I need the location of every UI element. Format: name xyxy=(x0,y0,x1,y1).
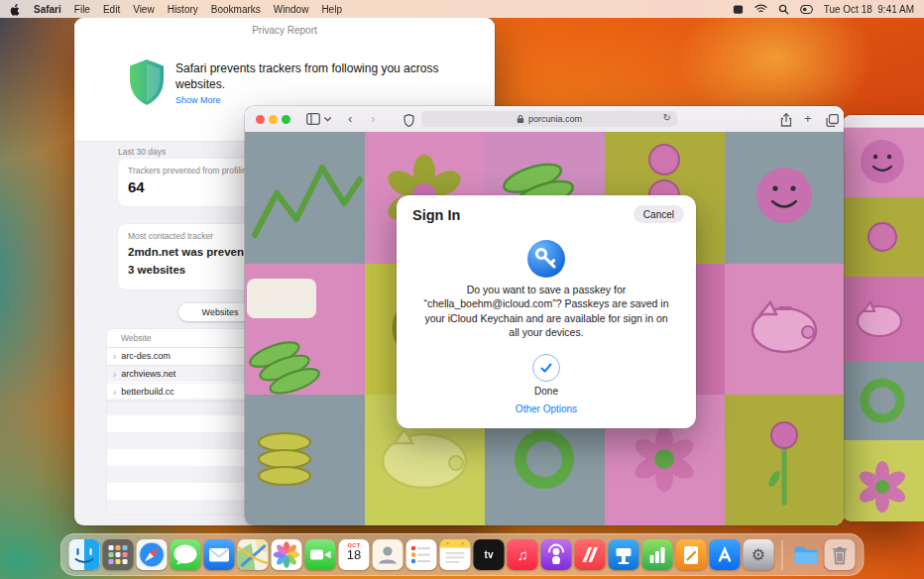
background-window-titlebar xyxy=(842,115,924,128)
trackers-card-value: 64 xyxy=(128,178,145,195)
menu-view[interactable]: View xyxy=(133,4,155,15)
most-contacted-line1: 2mdn.net was preven xyxy=(128,246,244,258)
menu-clock[interactable]: Tue Oct 18 9:41 AM xyxy=(824,4,914,15)
dock-music-icon[interactable]: ♫ xyxy=(508,539,538,570)
dock-mail-icon[interactable] xyxy=(204,539,235,570)
privacy-report-shield-icon[interactable] xyxy=(404,112,414,128)
menu-app-name[interactable]: Safari xyxy=(34,4,61,15)
dock-launchpad-icon[interactable] xyxy=(103,539,134,570)
dock: OCT 18 tv ♫ xyxy=(60,533,865,576)
apple-menu-icon[interactable] xyxy=(10,3,21,16)
menu-file[interactable]: File xyxy=(74,4,90,15)
search-icon[interactable] xyxy=(778,4,789,15)
disclosure-chevron-icon: › xyxy=(113,384,116,401)
close-button[interactable] xyxy=(256,115,265,124)
disclosure-chevron-icon: › xyxy=(113,366,116,383)
dock-separator xyxy=(782,540,783,570)
passkey-message: Do you want to save a passkey for “chell… xyxy=(418,283,674,340)
dock-safari-icon[interactable] xyxy=(137,539,168,570)
website-name: arc-des.com xyxy=(121,348,171,365)
cancel-label: Cancel xyxy=(643,209,674,220)
control-center-icon[interactable] xyxy=(800,5,813,14)
dock-downloads-icon[interactable] xyxy=(791,539,822,570)
menu-bookmarks[interactable]: Bookmarks xyxy=(211,4,261,15)
checkmark-icon xyxy=(538,360,554,376)
share-icon[interactable] xyxy=(780,112,792,128)
websites-segment-label: Websites xyxy=(202,307,239,317)
background-window-artwork xyxy=(842,128,924,521)
passkey-icon xyxy=(527,240,565,282)
zoom-button[interactable] xyxy=(282,115,290,124)
calendar-day: 18 xyxy=(347,547,361,562)
menu-help[interactable]: Help xyxy=(321,4,342,15)
dock-maps-icon[interactable] xyxy=(238,539,269,570)
sidebar-icon[interactable] xyxy=(306,111,320,127)
tab-overview-icon[interactable] xyxy=(826,112,839,128)
dock-tv-icon[interactable]: tv xyxy=(474,539,505,570)
dialog-title: Sign In xyxy=(412,207,460,223)
dock-appstore-icon[interactable] xyxy=(710,539,741,570)
refresh-icon[interactable]: ↻ xyxy=(663,112,671,123)
dock-calendar-icon[interactable]: OCT 18 xyxy=(339,539,370,570)
cancel-button[interactable]: Cancel xyxy=(634,205,684,223)
menu-bar: Safari File Edit View History Bookmarks … xyxy=(0,0,924,18)
padlock-icon xyxy=(517,114,524,124)
music-note-icon: ♫ xyxy=(517,546,527,563)
most-contacted-label: Most contacted tracker xyxy=(128,231,213,241)
website-name: betterbuild.cc xyxy=(121,384,174,401)
forward-button[interactable]: › xyxy=(371,111,375,127)
dock-pages-icon[interactable] xyxy=(676,539,707,570)
desktop: Safari File Edit View History Bookmarks … xyxy=(0,0,924,579)
new-tab-plus-icon[interactable]: + xyxy=(804,111,812,127)
menu-history[interactable]: History xyxy=(168,4,198,15)
dock-numbers-icon[interactable] xyxy=(642,539,673,570)
minimize-button[interactable] xyxy=(269,115,278,124)
done-label: Done xyxy=(397,386,696,397)
privacy-headline: Safari prevents trackers from following … xyxy=(175,61,445,93)
address-bar[interactable]: porcunia.com ↻ xyxy=(421,111,677,127)
tv-label: tv xyxy=(485,549,494,560)
wifi-icon[interactable] xyxy=(754,4,767,14)
back-button[interactable]: ‹ xyxy=(348,111,352,127)
dock-trash-icon[interactable] xyxy=(825,539,856,570)
website-name: archviews.net xyxy=(121,366,175,383)
dock-reminders-icon[interactable] xyxy=(406,539,437,570)
period-label: Last 30 days xyxy=(118,147,166,157)
dock-news-icon[interactable] xyxy=(575,539,606,570)
dock-facetime-icon[interactable] xyxy=(305,539,336,570)
address-text: porcunia.com xyxy=(528,114,582,124)
confirm-check-button[interactable] xyxy=(532,354,560,382)
dock-contacts-icon[interactable] xyxy=(373,539,404,570)
dock-photos-icon[interactable] xyxy=(272,539,302,570)
dock-finder-icon[interactable] xyxy=(69,539,100,570)
trackers-card-label: Trackers prevented from profiling xyxy=(128,166,251,175)
background-browser-window xyxy=(842,115,924,521)
dock-keynote-icon[interactable] xyxy=(609,539,639,570)
dock-podcasts-icon[interactable] xyxy=(541,539,572,570)
dock-notes-icon[interactable] xyxy=(440,539,471,570)
privacy-shield-icon xyxy=(126,58,168,111)
gear-icon: ⚙ xyxy=(751,545,765,564)
input-menu-icon[interactable] xyxy=(733,4,744,15)
other-options-link[interactable]: Other Options xyxy=(397,404,696,414)
show-more-link[interactable]: Show More xyxy=(175,95,221,105)
menu-edit[interactable]: Edit xyxy=(103,4,120,15)
menu-window[interactable]: Window xyxy=(274,4,309,15)
window-title[interactable]: Privacy Report xyxy=(74,25,495,36)
sign-in-dialog: Sign In Cancel Do you want to save a pas… xyxy=(397,195,696,428)
disclosure-chevron-icon: › xyxy=(113,348,116,365)
dock-messages-icon[interactable] xyxy=(171,539,201,570)
safari-toolbar[interactable]: ‹ › porcunia.com ↻ + xyxy=(245,106,844,133)
dock-settings-icon[interactable]: ⚙ xyxy=(744,539,774,570)
sidebar-chevron-down-icon[interactable] xyxy=(324,111,331,127)
most-contacted-line2: 3 websites xyxy=(128,264,185,276)
